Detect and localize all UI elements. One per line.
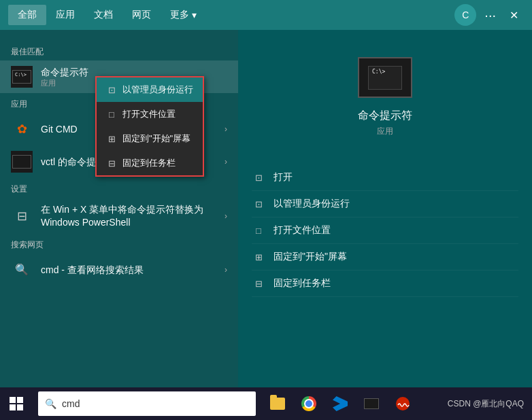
start-menu: 全部 应用 文档 网页 更多 ▾ C ··· ✕ 最佳匹配 C:\> 命 [0,0,532,387]
ctx-pin-taskbar[interactable]: ⊟ 固定到任务栏 [97,151,203,175]
windows-button[interactable] [0,387,33,420]
search-avatar-btn[interactable]: C [454,4,476,26]
ctx-run-admin[interactable]: ⊡ 以管理员身份运行 [97,77,203,102]
taskbar-chrome-btn[interactable] [295,390,322,417]
taskbar-folder-btn[interactable] [264,390,291,417]
close-btn[interactable]: ✕ [504,9,524,22]
settings-text: 在 Win + X 菜单中将命令提示符替换为 Windows PowerShel… [41,203,216,228]
tab-all[interactable]: 全部 [8,5,46,25]
taskbar-vscode-btn[interactable] [327,390,354,417]
app-preview-name: 命令提示符 [358,109,412,123]
taskbar-icons-group [264,390,416,417]
cmd-icon: C:\> [11,66,33,88]
taskbar-right-text: CSDN @雁北向QAQ [448,398,524,410]
section-best-match: 最佳匹配 [0,41,238,60]
tab-docs[interactable]: 文档 [84,5,122,25]
admin-icon: ⊡ [252,199,265,209]
section-web: 搜索网页 [0,234,238,253]
waves-icon [395,396,410,411]
app-preview-icon: C:\> [358,57,412,98]
ctx-pin-start[interactable]: ⊞ 固定到"开始"屏幕 [97,126,203,151]
git-arrow-icon: › [225,124,227,134]
pin-tb-r-icon: ⊟ [252,279,265,289]
chrome-icon [301,396,316,411]
taskbar-search-icon: 🔍 [45,398,56,409]
vctl-arrow-icon: › [225,157,227,167]
web-search-text: cmd - 查看网络搜索结果 [41,264,216,276]
location-icon: □ [252,226,265,236]
settings-item[interactable]: ⊟ 在 Win + X 菜单中将命令提示符替换为 Windows PowerSh… [0,198,238,233]
app-preview-type: 应用 [377,126,393,137]
web-search-item[interactable]: 🔍 cmd - 查看网络搜索结果 › [0,253,238,286]
nav-bar: 全部 应用 文档 网页 更多 ▾ C ··· ✕ [0,0,532,30]
taskbar-waves-btn[interactable] [389,390,416,417]
tab-more[interactable]: 更多 ▾ [161,5,206,25]
ctx-open-location[interactable]: □ 打开文件位置 [97,102,203,126]
open-icon: ⊡ [252,173,265,183]
taskbar-search-text: cmd [62,398,80,409]
pin-start-icon: ⊞ [106,134,117,144]
section-settings: 设置 [0,178,238,198]
run-admin-icon: ⊡ [106,85,117,95]
pin-start-r-icon: ⊞ [252,252,265,262]
taskbar-search-bar[interactable]: 🔍 cmd [38,391,256,416]
pin-taskbar-icon: ⊟ [106,158,117,169]
vscode-icon [333,396,348,411]
right-panel: C:\> 命令提示符 应用 ⊡ 打开 ⊡ 以管理员身份运行 □ 打开文件位置 [238,30,532,387]
action-pin-taskbar[interactable]: ⊟ 固定到任务栏 [252,270,518,297]
svg-point-0 [396,397,410,410]
chevron-down-icon: ▾ [192,10,197,20]
app-preview: C:\> 命令提示符 应用 [252,43,518,158]
web-arrow-icon: › [225,265,227,275]
tab-web[interactable]: 网页 [122,5,161,25]
vctl-icon [11,151,33,173]
action-pin-start[interactable]: ⊞ 固定到"开始"屏幕 [252,244,518,270]
folder-icon [270,398,285,410]
web-search-icon: 🔍 [11,259,33,281]
settings-arrow-icon: › [225,211,227,221]
tab-apps[interactable]: 应用 [46,5,84,25]
settings-icon: ⊟ [11,205,33,227]
folder-open-icon: □ [106,109,117,120]
cmd-icon-tb [364,398,379,409]
action-open-location[interactable]: □ 打开文件位置 [252,217,518,244]
main-area: 最佳匹配 C:\> 命令提示符 应用 ⊡ 以管理员身份运行 [0,30,532,387]
right-actions: ⊡ 打开 ⊡ 以管理员身份运行 □ 打开文件位置 ⊞ 固定到"开始"屏幕 ⊟ [252,164,518,297]
git-icon: ✿ [11,118,33,140]
taskbar-cmd-btn[interactable] [358,390,385,417]
context-menu: ⊡ 以管理员身份运行 □ 打开文件位置 ⊞ 固定到"开始"屏幕 ⊟ 固定到任务栏 [95,76,204,177]
action-run-admin[interactable]: ⊡ 以管理员身份运行 [252,191,518,217]
taskbar: 🔍 cmd CSDN @雁北向QAQ [0,387,532,420]
more-options-btn[interactable]: ··· [476,7,504,23]
action-open[interactable]: ⊡ 打开 [252,164,518,191]
left-panel: 最佳匹配 C:\> 命令提示符 应用 ⊡ 以管理员身份运行 [0,30,238,387]
